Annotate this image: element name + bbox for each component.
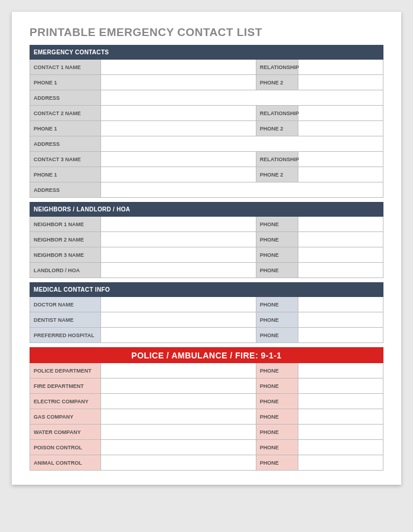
label-animal-phone: PHONE [256, 455, 298, 471]
field-landlord-name[interactable] [100, 263, 256, 278]
field-contact1-phone1[interactable] [100, 75, 256, 90]
table-row: NEIGHBOR 1 NAME PHONE [30, 217, 383, 232]
field-doctor-name[interactable] [100, 297, 256, 312]
field-contact2-name[interactable] [100, 106, 256, 121]
field-neighbor3-name[interactable] [100, 247, 256, 263]
table-row: FIRE DEPARTMENT PHONE [30, 378, 383, 394]
field-neighbor2-name[interactable] [100, 232, 256, 247]
label-landlord: LANDLORD / HOA [30, 263, 101, 278]
table-row: ADDRESS [30, 90, 383, 106]
label-electric: ELECTRIC COMPANY [30, 394, 101, 409]
table-row: CONTACT 2 NAME RELATIONSHIP [30, 106, 383, 121]
table-row: DENTIST NAME PHONE [30, 312, 383, 328]
label-dentist-phone: PHONE [256, 312, 298, 328]
field-fire-name[interactable] [100, 378, 256, 394]
label-neighbor1-phone: PHONE [256, 217, 298, 232]
label-poison-phone: PHONE [256, 440, 298, 455]
field-neighbor2-phone[interactable] [298, 232, 383, 247]
document-page: PRINTABLE EMERGENCY CONTACT LIST EMERGEN… [12, 12, 401, 485]
table-row: ADDRESS [30, 182, 383, 198]
field-poison-name[interactable] [100, 440, 256, 455]
label-contact3-phone1: PHONE 1 [30, 167, 101, 182]
field-police-phone[interactable] [298, 363, 383, 378]
page-title: PRINTABLE EMERGENCY CONTACT LIST [30, 26, 383, 39]
label-contact1-name: CONTACT 1 NAME [30, 60, 101, 75]
field-neighbor1-name[interactable] [100, 217, 256, 232]
field-dentist-name[interactable] [100, 312, 256, 328]
field-water-name[interactable] [100, 425, 256, 440]
field-contact2-phone2[interactable] [298, 121, 383, 136]
field-landlord-phone[interactable] [298, 263, 383, 278]
field-contact1-relationship[interactable] [298, 60, 383, 75]
label-neighbor1: NEIGHBOR 1 NAME [30, 217, 101, 232]
label-contact3-address: ADDRESS [30, 182, 101, 198]
field-contact2-address[interactable] [100, 136, 383, 152]
table-row: NEIGHBOR 2 NAME PHONE [30, 232, 383, 247]
label-contact1-relationship: RELATIONSHIP [256, 60, 298, 75]
table-row: PHONE 1 PHONE 2 [30, 167, 383, 182]
field-contact2-phone1[interactable] [100, 121, 256, 136]
label-water: WATER COMPANY [30, 425, 101, 440]
field-contact3-phone2[interactable] [298, 167, 383, 182]
label-neighbor3: NEIGHBOR 3 NAME [30, 247, 101, 263]
section-header-neighbors: NEIGHBORS / LANDLORD / HOA [30, 203, 383, 217]
field-contact3-relationship[interactable] [298, 152, 383, 167]
label-water-phone: PHONE [256, 425, 298, 440]
section-header-emergency: EMERGENCY CONTACTS [30, 45, 383, 60]
table-row: PHONE 1 PHONE 2 [30, 75, 383, 90]
field-fire-phone[interactable] [298, 378, 383, 394]
field-poison-phone[interactable] [298, 440, 383, 455]
label-hospital: PREFERRED HOSPITAL [30, 328, 101, 343]
field-doctor-phone[interactable] [298, 297, 383, 312]
contact-table: EMERGENCY CONTACTS CONTACT 1 NAME RELATI… [30, 45, 383, 471]
field-dentist-phone[interactable] [298, 312, 383, 328]
table-row: DOCTOR NAME PHONE [30, 297, 383, 312]
field-police-name[interactable] [100, 363, 256, 378]
field-electric-phone[interactable] [298, 394, 383, 409]
label-neighbor2: NEIGHBOR 2 NAME [30, 232, 101, 247]
field-hospital-phone[interactable] [298, 328, 383, 343]
table-row: WATER COMPANY PHONE [30, 425, 383, 440]
field-neighbor3-phone[interactable] [298, 247, 383, 263]
label-contact1-phone2: PHONE 2 [256, 75, 298, 90]
field-contact3-name[interactable] [100, 152, 256, 167]
field-hospital-name[interactable] [100, 328, 256, 343]
label-contact1-phone1: PHONE 1 [30, 75, 101, 90]
label-contact3-name: CONTACT 3 NAME [30, 152, 101, 167]
table-row: PHONE 1 PHONE 2 [30, 121, 383, 136]
label-animal: ANIMAL CONTROL [30, 455, 101, 471]
field-contact2-relationship[interactable] [298, 106, 383, 121]
label-contact2-name: CONTACT 2 NAME [30, 106, 101, 121]
field-contact1-address[interactable] [100, 90, 383, 106]
label-hospital-phone: PHONE [256, 328, 298, 343]
field-water-phone[interactable] [298, 425, 383, 440]
label-contact2-address: ADDRESS [30, 136, 101, 152]
table-row: LANDLORD / HOA PHONE [30, 263, 383, 278]
label-contact3-phone2: PHONE 2 [256, 167, 298, 182]
field-contact1-name[interactable] [100, 60, 256, 75]
table-row: CONTACT 1 NAME RELATIONSHIP [30, 60, 383, 75]
label-gas-phone: PHONE [256, 409, 298, 425]
section-header-medical: MEDICAL CONTACT INFO [30, 283, 383, 297]
label-contact1-address: ADDRESS [30, 90, 101, 106]
section-header-911: POLICE / AMBULANCE / FIRE: 9-1-1 [30, 348, 383, 363]
field-gas-name[interactable] [100, 409, 256, 425]
field-contact3-phone1[interactable] [100, 167, 256, 182]
label-contact2-relationship: RELATIONSHIP [256, 106, 298, 121]
label-neighbor2-phone: PHONE [256, 232, 298, 247]
label-fire-phone: PHONE [256, 378, 298, 394]
table-row: CONTACT 3 NAME RELATIONSHIP [30, 152, 383, 167]
field-electric-name[interactable] [100, 394, 256, 409]
table-row: PREFERRED HOSPITAL PHONE [30, 328, 383, 343]
field-animal-phone[interactable] [298, 455, 383, 471]
label-contact3-relationship: RELATIONSHIP [256, 152, 298, 167]
field-contact3-address[interactable] [100, 182, 383, 198]
field-neighbor1-phone[interactable] [298, 217, 383, 232]
field-animal-name[interactable] [100, 455, 256, 471]
table-row: ELECTRIC COMPANY PHONE [30, 394, 383, 409]
field-contact1-phone2[interactable] [298, 75, 383, 90]
label-neighbor3-phone: PHONE [256, 247, 298, 263]
label-dentist: DENTIST NAME [30, 312, 101, 328]
label-electric-phone: PHONE [256, 394, 298, 409]
field-gas-phone[interactable] [298, 409, 383, 425]
